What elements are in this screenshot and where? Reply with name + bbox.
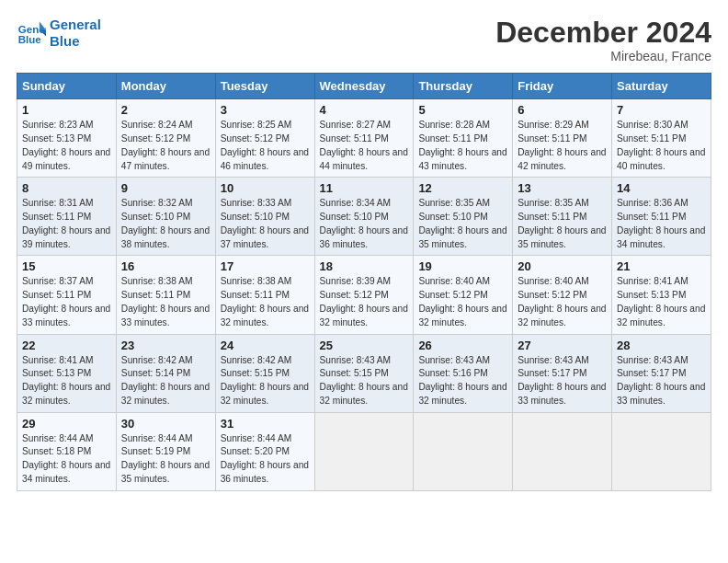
- cell-sun-info: Sunrise: 8:31 AM Sunset: 5:11 PM Dayligh…: [22, 197, 111, 251]
- calendar-cell: 8Sunrise: 8:31 AM Sunset: 5:11 PM Daylig…: [17, 178, 117, 256]
- logo: General Blue General Blue: [17, 17, 101, 50]
- day-number: 30: [121, 417, 210, 431]
- cell-sun-info: Sunrise: 8:39 AM Sunset: 5:12 PM Dayligh…: [320, 275, 409, 329]
- calendar-cell: 13Sunrise: 8:35 AM Sunset: 5:11 PM Dayli…: [513, 178, 612, 256]
- cell-sun-info: Sunrise: 8:42 AM Sunset: 5:14 PM Dayligh…: [121, 354, 210, 408]
- day-number: 19: [418, 259, 507, 273]
- svg-text:Blue: Blue: [18, 34, 42, 45]
- cell-sun-info: Sunrise: 8:33 AM Sunset: 5:10 PM Dayligh…: [221, 197, 310, 251]
- calendar-cell: 23Sunrise: 8:42 AM Sunset: 5:14 PM Dayli…: [116, 334, 215, 412]
- day-number: 7: [617, 103, 706, 117]
- day-number: 21: [617, 259, 706, 273]
- cell-sun-info: Sunrise: 8:42 AM Sunset: 5:15 PM Dayligh…: [221, 354, 310, 408]
- calendar-cell: 18Sunrise: 8:39 AM Sunset: 5:12 PM Dayli…: [314, 256, 414, 334]
- cell-sun-info: Sunrise: 8:44 AM Sunset: 5:18 PM Dayligh…: [22, 432, 111, 487]
- cell-sun-info: Sunrise: 8:43 AM Sunset: 5:17 PM Dayligh…: [617, 354, 706, 408]
- calendar-cell: 2Sunrise: 8:24 AM Sunset: 5:12 PM Daylig…: [116, 99, 215, 178]
- logo-text: General Blue: [50, 17, 101, 50]
- calendar-cell: 12Sunrise: 8:35 AM Sunset: 5:10 PM Dayli…: [414, 178, 513, 256]
- page: General Blue General Blue December 2024 …: [0, 0, 728, 563]
- calendar-week-1: 1Sunrise: 8:23 AM Sunset: 5:13 PM Daylig…: [17, 99, 711, 178]
- logo-icon: General Blue: [17, 18, 46, 48]
- day-number: 5: [418, 103, 507, 117]
- calendar-week-5: 29Sunrise: 8:44 AM Sunset: 5:18 PM Dayli…: [17, 412, 711, 490]
- cell-sun-info: Sunrise: 8:35 AM Sunset: 5:11 PM Dayligh…: [518, 197, 607, 251]
- day-number: 4: [320, 103, 409, 117]
- day-number: 23: [121, 339, 210, 352]
- cell-sun-info: Sunrise: 8:34 AM Sunset: 5:10 PM Dayligh…: [320, 197, 409, 251]
- calendar-cell: 5Sunrise: 8:28 AM Sunset: 5:11 PM Daylig…: [414, 99, 513, 178]
- cell-sun-info: Sunrise: 8:40 AM Sunset: 5:12 PM Dayligh…: [418, 275, 507, 329]
- cell-sun-info: Sunrise: 8:24 AM Sunset: 5:12 PM Dayligh…: [121, 119, 210, 173]
- day-number: 26: [418, 339, 507, 352]
- calendar-cell: 17Sunrise: 8:38 AM Sunset: 5:11 PM Dayli…: [215, 256, 314, 334]
- calendar-table: SundayMondayTuesdayWednesdayThursdayFrid…: [17, 73, 711, 491]
- calendar-cell: 11Sunrise: 8:34 AM Sunset: 5:10 PM Dayli…: [314, 178, 414, 256]
- cell-sun-info: Sunrise: 8:43 AM Sunset: 5:16 PM Dayligh…: [418, 354, 507, 408]
- calendar-cell: 30Sunrise: 8:44 AM Sunset: 5:19 PM Dayli…: [116, 412, 215, 490]
- day-header-monday: Monday: [116, 74, 215, 99]
- day-header-friday: Friday: [513, 74, 612, 99]
- day-number: 12: [418, 181, 507, 195]
- day-header-saturday: Saturday: [612, 74, 711, 99]
- cell-sun-info: Sunrise: 8:29 AM Sunset: 5:11 PM Dayligh…: [518, 119, 607, 173]
- calendar-cell: 24Sunrise: 8:42 AM Sunset: 5:15 PM Dayli…: [215, 334, 314, 412]
- calendar-week-3: 15Sunrise: 8:37 AM Sunset: 5:11 PM Dayli…: [17, 256, 711, 334]
- calendar-cell: [414, 412, 513, 490]
- calendar-cell: [513, 412, 612, 490]
- calendar-cell: 7Sunrise: 8:30 AM Sunset: 5:11 PM Daylig…: [612, 99, 711, 178]
- day-header-sunday: Sunday: [17, 74, 117, 99]
- cell-sun-info: Sunrise: 8:36 AM Sunset: 5:11 PM Dayligh…: [617, 197, 706, 251]
- cell-sun-info: Sunrise: 8:38 AM Sunset: 5:11 PM Dayligh…: [121, 275, 210, 329]
- calendar-cell: 9Sunrise: 8:32 AM Sunset: 5:10 PM Daylig…: [116, 178, 215, 256]
- day-header-thursday: Thursday: [414, 74, 513, 99]
- calendar-cell: 4Sunrise: 8:27 AM Sunset: 5:11 PM Daylig…: [314, 99, 414, 178]
- calendar-cell: 6Sunrise: 8:29 AM Sunset: 5:11 PM Daylig…: [513, 99, 612, 178]
- calendar-cell: 27Sunrise: 8:43 AM Sunset: 5:17 PM Dayli…: [513, 334, 612, 412]
- calendar-cell: 22Sunrise: 8:41 AM Sunset: 5:13 PM Dayli…: [17, 334, 117, 412]
- cell-sun-info: Sunrise: 8:41 AM Sunset: 5:13 PM Dayligh…: [22, 354, 111, 408]
- day-number: 29: [22, 417, 111, 431]
- calendar-cell: [314, 412, 414, 490]
- day-number: 10: [221, 181, 310, 195]
- calendar-week-4: 22Sunrise: 8:41 AM Sunset: 5:13 PM Dayli…: [17, 334, 711, 412]
- day-number: 9: [121, 181, 210, 195]
- day-number: 16: [121, 259, 210, 273]
- cell-sun-info: Sunrise: 8:25 AM Sunset: 5:12 PM Dayligh…: [221, 119, 310, 173]
- cell-sun-info: Sunrise: 8:44 AM Sunset: 5:19 PM Dayligh…: [121, 432, 210, 487]
- day-number: 14: [617, 181, 706, 195]
- day-number: 31: [221, 417, 310, 431]
- cell-sun-info: Sunrise: 8:23 AM Sunset: 5:13 PM Dayligh…: [22, 119, 111, 173]
- calendar-cell: 25Sunrise: 8:43 AM Sunset: 5:15 PM Dayli…: [314, 334, 414, 412]
- cell-sun-info: Sunrise: 8:32 AM Sunset: 5:10 PM Dayligh…: [121, 197, 210, 251]
- day-number: 17: [221, 259, 310, 273]
- cell-sun-info: Sunrise: 8:44 AM Sunset: 5:20 PM Dayligh…: [221, 432, 310, 487]
- cell-sun-info: Sunrise: 8:30 AM Sunset: 5:11 PM Dayligh…: [617, 119, 706, 173]
- cell-sun-info: Sunrise: 8:37 AM Sunset: 5:11 PM Dayligh…: [22, 275, 111, 329]
- cell-sun-info: Sunrise: 8:35 AM Sunset: 5:10 PM Dayligh…: [418, 197, 507, 251]
- calendar-cell: 31Sunrise: 8:44 AM Sunset: 5:20 PM Dayli…: [215, 412, 314, 490]
- day-number: 1: [22, 103, 111, 117]
- day-number: 18: [320, 259, 409, 273]
- day-number: 28: [617, 339, 706, 352]
- day-number: 11: [320, 181, 409, 195]
- location: Mirebeau, France: [495, 49, 711, 63]
- day-number: 13: [518, 181, 607, 195]
- cell-sun-info: Sunrise: 8:43 AM Sunset: 5:17 PM Dayligh…: [518, 354, 607, 408]
- day-number: 25: [320, 339, 409, 352]
- day-number: 27: [518, 339, 607, 352]
- calendar-cell: 19Sunrise: 8:40 AM Sunset: 5:12 PM Dayli…: [414, 256, 513, 334]
- calendar-cell: 10Sunrise: 8:33 AM Sunset: 5:10 PM Dayli…: [215, 178, 314, 256]
- cell-sun-info: Sunrise: 8:40 AM Sunset: 5:12 PM Dayligh…: [518, 275, 607, 329]
- logo-line2: Blue: [50, 33, 80, 49]
- day-number: 2: [121, 103, 210, 117]
- calendar-cell: 28Sunrise: 8:43 AM Sunset: 5:17 PM Dayli…: [612, 334, 711, 412]
- day-number: 24: [221, 339, 310, 352]
- day-number: 8: [22, 181, 111, 195]
- cell-sun-info: Sunrise: 8:27 AM Sunset: 5:11 PM Dayligh…: [320, 119, 409, 173]
- cell-sun-info: Sunrise: 8:41 AM Sunset: 5:13 PM Dayligh…: [617, 275, 706, 329]
- cell-sun-info: Sunrise: 8:38 AM Sunset: 5:11 PM Dayligh…: [221, 275, 310, 329]
- day-number: 15: [22, 259, 111, 273]
- calendar-cell: 1Sunrise: 8:23 AM Sunset: 5:13 PM Daylig…: [17, 99, 117, 178]
- logo-line1: General: [50, 17, 101, 32]
